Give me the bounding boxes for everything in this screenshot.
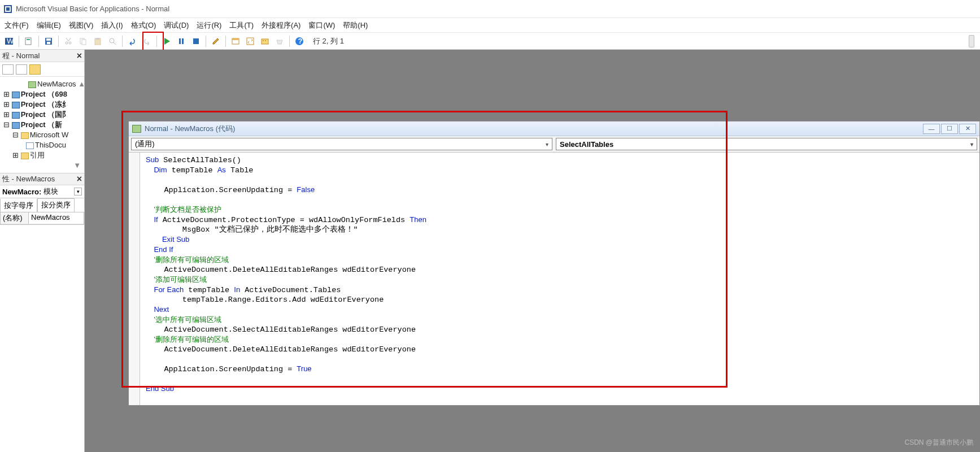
svg-text:W: W bbox=[7, 37, 14, 45]
undo-icon[interactable] bbox=[125, 34, 139, 48]
procedure-combo[interactable]: SelectAllTables▾ bbox=[556, 138, 977, 150]
break-icon[interactable] bbox=[175, 34, 188, 48]
view-code-icon[interactable] bbox=[2, 64, 14, 75]
properties-panel-title: 性 - NewMacros bbox=[2, 174, 55, 184]
svg-rect-8 bbox=[46, 38, 51, 41]
left-sidebar: 程 - Normal × NewMacros ▲ ⊞ Project （698 … bbox=[0, 50, 85, 452]
project-icon bbox=[12, 102, 20, 108]
properties-icon[interactable] bbox=[243, 34, 257, 48]
properties-tabs: 按字母序 按分类序 bbox=[0, 198, 84, 212]
properties-grid[interactable]: (名称) NewMacros bbox=[0, 212, 84, 225]
separator bbox=[206, 36, 206, 47]
redo-icon[interactable] bbox=[140, 34, 154, 48]
insert-module-icon[interactable] bbox=[22, 34, 36, 48]
close-icon[interactable]: × bbox=[77, 51, 82, 61]
cut-icon[interactable] bbox=[62, 34, 75, 48]
dropdown-icon[interactable]: ▾ bbox=[74, 188, 82, 195]
svg-rect-6 bbox=[27, 39, 30, 40]
menu-file[interactable]: 文件(F) bbox=[5, 20, 29, 31]
properties-panel-header: 性 - NewMacros × bbox=[0, 173, 84, 185]
separator bbox=[156, 36, 157, 47]
code-editor[interactable]: Sub SelectAllTables() Dim tempTable As T… bbox=[140, 153, 979, 405]
reset-icon[interactable] bbox=[189, 34, 203, 48]
close-icon[interactable]: × bbox=[77, 174, 82, 184]
menu-run[interactable]: 运行(R) bbox=[197, 20, 221, 31]
prop-name-value[interactable]: NewMacros bbox=[29, 212, 72, 224]
menu-bar: 文件(F) 编辑(E) 视图(V) 插入(I) 格式(O) 调试(D) 运行(R… bbox=[0, 18, 980, 33]
object-combo[interactable]: (通用)▾ bbox=[131, 138, 552, 150]
toolbar-grip[interactable] bbox=[969, 35, 974, 47]
svg-text:?: ? bbox=[298, 37, 303, 45]
folder-toggle-icon[interactable] bbox=[29, 64, 41, 75]
copy-icon[interactable] bbox=[76, 34, 90, 48]
project-icon bbox=[12, 112, 20, 119]
prop-name-key: (名称) bbox=[1, 212, 29, 224]
find-icon[interactable] bbox=[106, 34, 119, 48]
separator bbox=[58, 36, 59, 47]
run-icon[interactable] bbox=[160, 34, 173, 48]
svg-line-15 bbox=[114, 42, 116, 45]
word-icon[interactable]: W bbox=[2, 34, 16, 48]
project-tree[interactable]: NewMacros ▲ ⊞ Project （698 ⊞ Project （冻纟… bbox=[0, 77, 84, 173]
tab-alphabetic[interactable]: 按字母序 bbox=[0, 198, 37, 212]
menu-insert[interactable]: 插入(I) bbox=[101, 20, 123, 31]
code-gutter bbox=[129, 153, 140, 405]
project-icon bbox=[12, 122, 20, 129]
mdi-workspace: Normal - NewMacros (代码) — ☐ ✕ (通用)▾ Sele… bbox=[85, 50, 980, 452]
separator bbox=[225, 36, 226, 47]
svg-rect-5 bbox=[25, 38, 31, 45]
svg-rect-20 bbox=[232, 38, 239, 40]
svg-point-24 bbox=[265, 40, 266, 41]
menu-help[interactable]: 帮助(H) bbox=[343, 20, 368, 31]
svg-rect-18 bbox=[193, 38, 199, 44]
cursor-position: 行 2, 列 1 bbox=[313, 36, 344, 46]
menu-tools[interactable]: 工具(T) bbox=[229, 20, 254, 31]
code-window-title: Normal - NewMacros (代码) bbox=[145, 124, 235, 134]
toolbar: W ? 行 2, 列 1 bbox=[0, 33, 980, 50]
object-browser-icon[interactable] bbox=[258, 34, 272, 48]
code-window-titlebar[interactable]: Normal - NewMacros (代码) — ☐ ✕ bbox=[129, 121, 979, 136]
code-area: Sub SelectAllTables() Dim tempTable As T… bbox=[129, 153, 979, 405]
tab-categorized[interactable]: 按分类序 bbox=[37, 198, 75, 212]
separator bbox=[19, 36, 19, 47]
project-icon bbox=[12, 92, 20, 98]
svg-rect-13 bbox=[96, 38, 99, 40]
folder-icon bbox=[21, 132, 29, 139]
module-icon bbox=[132, 125, 141, 133]
svg-rect-11 bbox=[82, 40, 86, 45]
code-combo-row: (通用)▾ SelectAllTables▾ bbox=[129, 136, 979, 153]
properties-object-selector[interactable]: NewMacro: 模块 ▾ bbox=[0, 185, 84, 198]
menu-view[interactable]: 视图(V) bbox=[69, 20, 93, 31]
folder-icon bbox=[21, 153, 29, 159]
menu-debug[interactable]: 调试(D) bbox=[164, 20, 189, 31]
separator bbox=[122, 36, 123, 47]
svg-rect-9 bbox=[47, 42, 50, 44]
maximize-icon[interactable]: ☐ bbox=[941, 124, 958, 134]
project-panel-header: 程 - Normal × bbox=[0, 50, 84, 62]
separator bbox=[38, 36, 39, 47]
svg-rect-22 bbox=[262, 39, 268, 44]
menu-format[interactable]: 格式(O) bbox=[131, 20, 156, 31]
title-bar: Microsoft Visual Basic for Applications … bbox=[0, 0, 980, 18]
minimize-icon[interactable]: — bbox=[923, 124, 940, 134]
paste-icon[interactable] bbox=[91, 34, 104, 48]
vba-app-icon bbox=[3, 5, 12, 14]
design-mode-icon[interactable] bbox=[209, 34, 223, 48]
document-icon bbox=[26, 142, 34, 149]
svg-point-23 bbox=[263, 40, 264, 41]
save-icon[interactable] bbox=[42, 34, 55, 48]
help-icon[interactable]: ? bbox=[293, 34, 306, 48]
svg-rect-2 bbox=[6, 7, 10, 11]
view-object-icon[interactable] bbox=[16, 64, 27, 75]
menu-addins[interactable]: 外接程序(A) bbox=[262, 20, 300, 31]
menu-edit[interactable]: 编辑(E) bbox=[37, 20, 61, 31]
project-panel-tools bbox=[0, 62, 84, 77]
svg-rect-16 bbox=[179, 38, 181, 44]
close-icon[interactable]: ✕ bbox=[959, 124, 976, 134]
module-icon bbox=[28, 81, 36, 88]
svg-point-14 bbox=[110, 38, 114, 43]
menu-window[interactable]: 窗口(W) bbox=[308, 20, 335, 31]
project-explorer-icon[interactable] bbox=[229, 34, 242, 48]
toolbox-icon[interactable] bbox=[273, 34, 286, 48]
chevron-down-icon: ▾ bbox=[546, 141, 548, 147]
